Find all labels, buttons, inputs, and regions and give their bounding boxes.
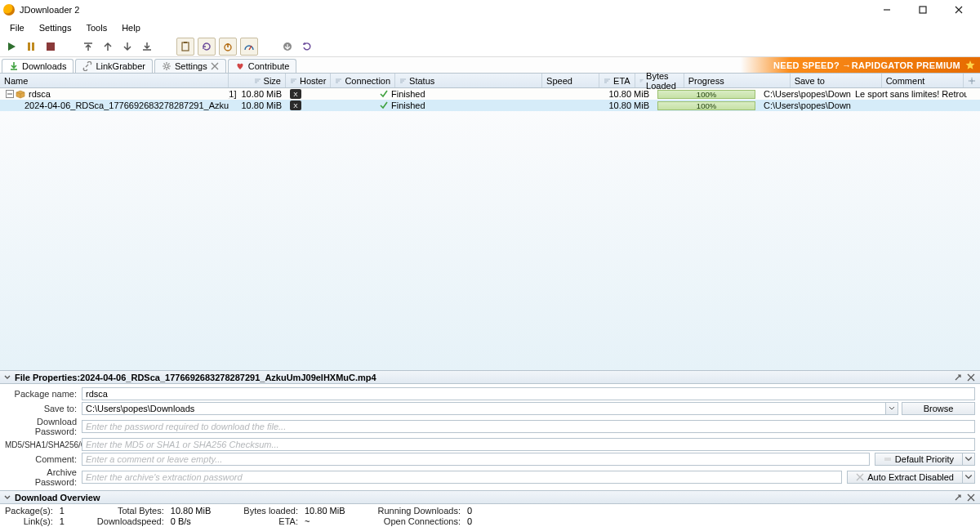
reconnect-icon[interactable] [299, 38, 315, 55]
col-bytes[interactable]: Bytes Loaded [635, 74, 684, 87]
column-header: Name Size Hoster Connection Status Speed… [0, 74, 980, 88]
extract-disabled-icon [856, 473, 864, 481]
ov-value-totalbytes: 10.80 MiB [171, 506, 212, 516]
stop-icon[interactable] [42, 38, 59, 55]
file-properties-header[interactable]: File Properties: 2024-04-06_RDSca_177669… [0, 370, 980, 384]
priority-dropdown[interactable] [962, 453, 975, 466]
col-hoster[interactable]: Hoster [286, 74, 331, 87]
move-bottom-icon[interactable] [139, 38, 155, 55]
tab-settings-label: Settings [175, 61, 207, 71]
ov-label-links: Link(s): [5, 516, 53, 526]
col-size[interactable]: Size [229, 74, 286, 87]
move-down-icon[interactable] [119, 38, 136, 55]
package-status: Finished [391, 89, 425, 99]
gear-icon [162, 61, 172, 71]
panel-close-icon[interactable] [965, 492, 977, 503]
chevron-down-icon [3, 373, 11, 382]
close-button[interactable] [941, 0, 977, 20]
tab-linkgrabber[interactable]: LinkGrabber [75, 59, 153, 73]
browse-button[interactable]: Browse [902, 402, 975, 415]
overview-header[interactable]: Download Overview [0, 490, 980, 504]
col-name[interactable]: Name [0, 74, 229, 87]
menu-settings[interactable]: Settings [33, 21, 78, 34]
svg-rect-5 [184, 42, 187, 43]
col-comment[interactable]: Comment [882, 74, 964, 87]
col-speed[interactable]: Speed [542, 74, 599, 87]
tab-close-icon[interactable] [211, 62, 219, 70]
tab-downloads[interactable]: Downloads [2, 59, 74, 73]
overview-panel: Package(s):1 Link(s):1 Total Bytes:10.80… [0, 504, 980, 527]
clipboard-icon[interactable] [176, 38, 194, 56]
ov-label-totalbytes: Total Bytes: [97, 506, 164, 516]
panel-detach-icon[interactable] [952, 372, 964, 383]
tab-settings[interactable]: Settings [154, 59, 226, 73]
download-password-input[interactable] [82, 420, 975, 433]
premium-banner-text: NEED SPEED? →RAPIDGATOR PREMIUM [773, 60, 960, 70]
file-properties-title-file: 2024-04-06_RDSca_1776692683278287291_Azk… [80, 373, 376, 382]
ov-value-dlspeed: 0 B/s [171, 516, 212, 526]
progress-bar: 100% [657, 90, 755, 99]
menu-tools[interactable]: Tools [79, 21, 114, 34]
panel-detach-icon[interactable] [952, 492, 964, 503]
package-count: [1] [229, 89, 236, 99]
ov-value-bytesloaded: 10.80 MiB [305, 506, 345, 516]
col-eta[interactable]: ETA [599, 74, 635, 87]
auto-reconnect-icon[interactable] [198, 38, 216, 56]
label-hash: MD5/SHA1/SHA256/CRC32: [5, 440, 82, 449]
ov-label-openconn: Open Connections: [378, 516, 461, 526]
saveto-dropdown[interactable] [885, 402, 898, 415]
tab-contribute-label: Contribute [248, 61, 290, 71]
pause-icon[interactable] [23, 38, 39, 55]
ov-label-running: Running Downloads: [378, 506, 461, 516]
menu-file[interactable]: File [3, 21, 31, 34]
svg-rect-2 [32, 42, 34, 51]
hash-input[interactable] [82, 438, 975, 451]
package-icon [16, 89, 25, 99]
play-icon[interactable] [3, 38, 20, 55]
download-grid[interactable]: rdsca [1]10.80 MiB X Finished 10.80 MiB … [0, 88, 980, 370]
premium-banner[interactable]: NEED SPEED? →RAPIDGATOR PREMIUM [741, 57, 980, 73]
label-dlpass: Download Password: [5, 417, 82, 436]
ov-value-eta: ~ [305, 516, 345, 526]
ov-value-packages: 1 [60, 506, 65, 516]
check-icon [380, 101, 388, 109]
sort-icon [399, 77, 407, 84]
col-connection[interactable]: Connection [331, 74, 395, 87]
panel-close-icon[interactable] [965, 372, 977, 383]
comment-input[interactable] [82, 453, 870, 466]
col-progress[interactable]: Progress [684, 74, 791, 87]
menu-help[interactable]: Help [115, 21, 147, 34]
file-size: 10.80 MiB [241, 100, 282, 110]
minimize-button[interactable] [869, 0, 905, 20]
sort-icon [604, 77, 611, 84]
autoextract-dropdown[interactable] [962, 471, 975, 484]
package-row[interactable]: rdsca [1]10.80 MiB X Finished 10.80 MiB … [0, 88, 980, 100]
file-bytes: 10.80 MiB [608, 100, 649, 110]
label-package: Package name: [5, 389, 82, 399]
gear-icon [968, 77, 976, 85]
move-top-icon[interactable] [80, 38, 96, 55]
collapse-icon[interactable] [6, 90, 14, 98]
move-up-icon[interactable] [100, 38, 116, 55]
update-icon[interactable] [279, 38, 296, 55]
svg-rect-12 [884, 458, 891, 461]
ov-label-dlspeed: Downloadspeed: [97, 516, 164, 526]
speed-limit-icon[interactable] [240, 38, 258, 56]
label-arcpass: Archive Password: [5, 467, 82, 487]
autoextract-button[interactable]: Auto Extract Disabled [847, 471, 962, 484]
maximize-button[interactable] [905, 0, 941, 20]
priority-button[interactable]: Default Priority [875, 453, 962, 466]
archive-password-input[interactable] [82, 471, 842, 484]
package-name: rdsca [29, 89, 51, 99]
sort-icon [290, 77, 297, 84]
power-icon[interactable] [219, 38, 237, 56]
tab-contribute[interactable]: Contribute [228, 59, 297, 73]
col-status[interactable]: Status [395, 74, 542, 87]
saveto-input[interactable] [82, 402, 885, 415]
package-name-input[interactable] [82, 387, 975, 400]
col-saveto[interactable]: Save to [791, 74, 882, 87]
file-row[interactable]: 2024-04-06_RDSca_1776692683278287291_Azk… [0, 100, 980, 111]
package-comment: Le sport sans limites! Retrouvez t... [855, 89, 967, 99]
ov-label-bytesloaded: Bytes loaded: [243, 506, 298, 516]
col-config[interactable] [964, 74, 980, 87]
